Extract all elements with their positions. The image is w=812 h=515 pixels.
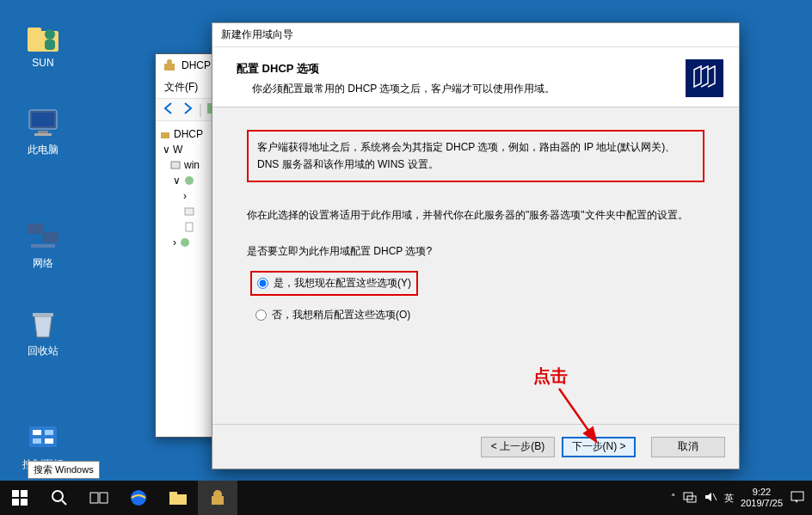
menu-file[interactable]: 文件(F) [164, 81, 198, 93]
wizard-header: 配置 DHCP 选项 你必须配置最常用的 DHCP 选项之后，客户端才可以使用作… [212, 47, 739, 107]
svg-rect-29 [12, 499, 19, 506]
desktop-icon-sun[interactable]: SUN [14, 19, 72, 69]
svg-rect-14 [45, 430, 53, 435]
tray-chevron-icon[interactable]: ˄ [671, 493, 676, 504]
search-tooltip: 搜索 Windows [28, 461, 100, 479]
svg-rect-27 [12, 490, 19, 497]
desktop-icon-label: 此电脑 [28, 144, 58, 156]
svg-point-31 [52, 491, 63, 501]
desktop-icon-network[interactable]: 网络 [14, 218, 72, 271]
tray-volume-icon[interactable] [704, 491, 717, 505]
svg-rect-28 [21, 490, 28, 497]
desktop-icon-recycle-bin[interactable]: 回收站 [14, 306, 72, 359]
svg-rect-37 [169, 492, 177, 496]
radio-yes-row[interactable]: 是，我想现在配置这些选项(Y) [250, 271, 418, 296]
annotation-label: 点击 [533, 365, 568, 388]
new-scope-wizard: 新建作用域向导 配置 DHCP 选项 你必须配置最常用的 DHCP 选项之后，客… [212, 22, 740, 469]
taskbar-ie[interactable] [119, 481, 158, 515]
desktop-icon-label: SUN [32, 57, 53, 69]
computer-icon [26, 105, 60, 139]
tree-child-1[interactable]: ∨ [173, 173, 213, 188]
svg-rect-43 [791, 492, 803, 500]
svg-point-18 [167, 59, 172, 64]
instruction-text: 你在此选择的设置将适用于此作用域，并替代你在此服务器的"服务器选项"文件夹中配置… [247, 206, 704, 224]
svg-rect-10 [31, 244, 55, 248]
svg-rect-17 [164, 64, 175, 71]
dhcp-app-icon [163, 58, 176, 72]
taskbar-dhcp[interactable] [198, 481, 237, 515]
folder-user-icon [26, 19, 60, 53]
radio-no-row[interactable]: 否，我想稍后配置这些选项(O) [250, 304, 704, 326]
annotation-arrow-icon [542, 385, 611, 451]
tree-root[interactable]: DHCP [159, 126, 213, 142]
svg-rect-8 [28, 224, 43, 234]
taskbar: ˄ 英 9:22 2019/7/25 [0, 481, 812, 515]
nav-forward-icon[interactable] [180, 101, 195, 120]
info-highlight-box: 客户端获得地址之后，系统将会为其指定 DHCP 选项，例如，路由器的 IP 地址… [247, 130, 704, 182]
wizard-title: 新建作用域向导 [221, 28, 293, 42]
taskbar-explorer[interactable] [158, 481, 198, 515]
nav-back-icon[interactable] [161, 101, 176, 120]
info-text: 客户端获得地址之后，系统将会为其指定 DHCP 选项，例如，路由器的 IP 地址… [257, 138, 694, 174]
tree-server[interactable]: win [169, 157, 213, 173]
radio-no[interactable] [255, 310, 267, 321]
svg-point-22 [185, 176, 194, 185]
svg-rect-3 [45, 40, 55, 50]
tree-leaf[interactable] [183, 204, 213, 219]
radio-yes-label: 是，我想现在配置这些选项(Y) [274, 276, 411, 291]
tree-leaf[interactable] [183, 219, 213, 235]
svg-rect-13 [33, 430, 41, 435]
svg-rect-33 [90, 493, 98, 503]
svg-rect-7 [34, 133, 52, 136]
wizard-heading: 配置 DHCP 选项 [237, 61, 715, 77]
svg-rect-6 [38, 131, 48, 133]
svg-line-32 [62, 500, 66, 505]
svg-line-26 [559, 389, 595, 440]
task-view-button[interactable] [79, 481, 119, 515]
svg-rect-15 [33, 438, 41, 444]
svg-point-2 [45, 29, 55, 40]
tree-collapse-w[interactable]: ∨W [163, 142, 213, 157]
taskbar-clock[interactable]: 9:22 2019/7/25 [741, 487, 783, 509]
svg-rect-1 [28, 28, 41, 34]
desktop-icon-this-pc[interactable]: 此电脑 [14, 105, 72, 157]
svg-point-25 [181, 238, 189, 247]
desktop-icon-label: 回收站 [28, 345, 58, 357]
clock-time: 9:22 [741, 487, 783, 498]
question-text: 是否要立即为此作用域配置 DHCP 选项? [247, 244, 704, 259]
tray-network-icon[interactable] [683, 491, 697, 505]
wizard-titlebar: 新建作用域向导 [212, 23, 739, 47]
tray-ime[interactable]: 英 [724, 492, 734, 505]
wizard-content: 客户端获得地址之后，系统将会为其指定 DHCP 选项，例如，路由器的 IP 地址… [212, 107, 739, 424]
trash-icon [26, 306, 60, 340]
clock-date: 2019/7/25 [741, 498, 783, 509]
tree-child-2[interactable]: › [173, 235, 213, 250]
wizard-subheading: 你必须配置最常用的 DHCP 选项之后，客户端才可以使用作用域。 [252, 82, 715, 96]
network-icon [26, 218, 60, 253]
wizard-footer: < 上一步(B) 下一步(N) > 取消 [212, 424, 739, 469]
tray-notifications-icon[interactable] [790, 489, 805, 506]
wizard-header-icon [686, 59, 723, 97]
svg-rect-23 [185, 208, 194, 215]
svg-rect-30 [21, 499, 28, 506]
svg-point-39 [213, 490, 222, 499]
svg-rect-11 [33, 313, 53, 316]
tree-leaf[interactable]: › [183, 188, 213, 204]
svg-rect-34 [100, 493, 108, 503]
system-tray: ˄ 英 9:22 2019/7/25 [671, 487, 812, 509]
svg-rect-12 [29, 426, 57, 447]
svg-rect-21 [171, 162, 180, 169]
svg-rect-24 [186, 223, 193, 231]
search-button[interactable] [40, 481, 79, 515]
cancel-button[interactable]: 取消 [651, 437, 725, 457]
svg-rect-16 [45, 438, 53, 444]
tree-panel: DHCP ∨W win ∨ › › [156, 121, 218, 433]
desktop-icon-label: 网络 [33, 257, 53, 269]
radio-no-label: 否，我想稍后配置这些选项(O) [272, 308, 410, 322]
control-panel-icon [26, 420, 60, 454]
svg-rect-5 [32, 113, 54, 126]
svg-rect-20 [161, 132, 169, 138]
radio-yes[interactable] [257, 278, 268, 289]
start-button[interactable] [0, 481, 40, 515]
svg-rect-9 [43, 232, 58, 242]
